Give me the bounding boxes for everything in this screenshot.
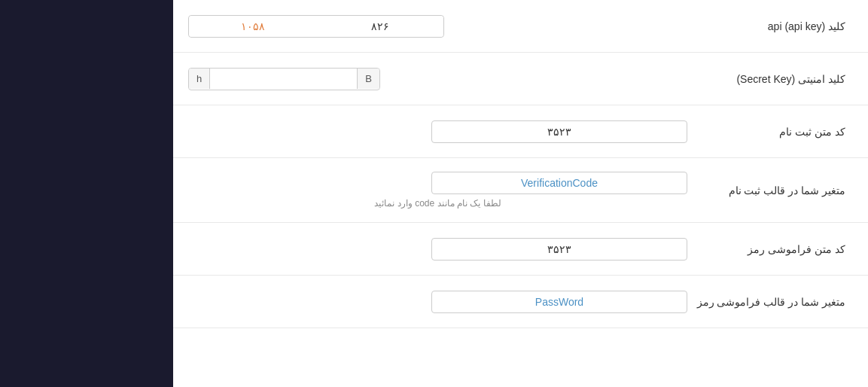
b-icon: B — [365, 73, 372, 84]
register-variable-hint: لطفا یک نام مانند code وارد نمائید — [188, 198, 687, 209]
secret-key-btn-b[interactable]: B — [357, 69, 379, 89]
api-key-input-wrapper — [188, 15, 444, 38]
register-text-code-input-area — [188, 120, 687, 143]
forgot-variable-row: متغیر شما در قالب فراموشی رمز — [173, 276, 868, 328]
forgot-text-code-input-area — [188, 238, 687, 261]
forgot-variable-label: متغیر شما در قالب فراموشی رمز — [687, 296, 853, 308]
register-variable-label: متغیر شما در قالب ثبت نام — [687, 184, 853, 197]
forgot-variable-input-area — [188, 291, 687, 313]
forgot-variable-input[interactable] — [431, 291, 687, 313]
api-key-value1[interactable] — [189, 16, 316, 37]
secret-key-btn-h[interactable]: h — [189, 69, 210, 89]
forgot-text-code-label: کد متن فراموشی رمز — [687, 243, 853, 255]
sidebar — [0, 0, 173, 387]
api-key-input-area — [188, 15, 687, 38]
h-icon: h — [196, 73, 202, 84]
main-content: کلید (api key) api کلید امنیتی (Secret K… — [173, 0, 868, 387]
page-wrapper: کلید (api key) api کلید امنیتی (Secret K… — [0, 0, 868, 387]
secret-key-label: کلید امنیتی (Secret Key) — [687, 73, 853, 85]
api-key-label: کلید (api key) api — [687, 20, 853, 32]
register-text-code-input[interactable] — [431, 120, 687, 143]
register-text-code-row: کد متن ثبت نام — [173, 105, 868, 158]
secret-key-input-wrapper[interactable]: B h — [188, 68, 380, 90]
api-key-row: کلید (api key) api — [173, 0, 868, 53]
api-key-value2[interactable] — [316, 16, 443, 37]
register-text-code-label: کد متن ثبت نام — [687, 126, 853, 138]
register-variable-row: متغیر شما در قالب ثبت نام لطفا یک نام ما… — [173, 158, 868, 223]
forgot-text-code-input[interactable] — [431, 238, 687, 261]
secret-key-input[interactable] — [210, 69, 357, 90]
forgot-text-code-row: کد متن فراموشی رمز — [173, 223, 868, 276]
register-variable-input[interactable] — [431, 172, 687, 194]
secret-key-row: کلید امنیتی (Secret Key) B h — [173, 53, 868, 105]
register-variable-input-area: لطفا یک نام مانند code وارد نمائید — [188, 172, 687, 209]
secret-key-input-area: B h — [188, 68, 687, 90]
